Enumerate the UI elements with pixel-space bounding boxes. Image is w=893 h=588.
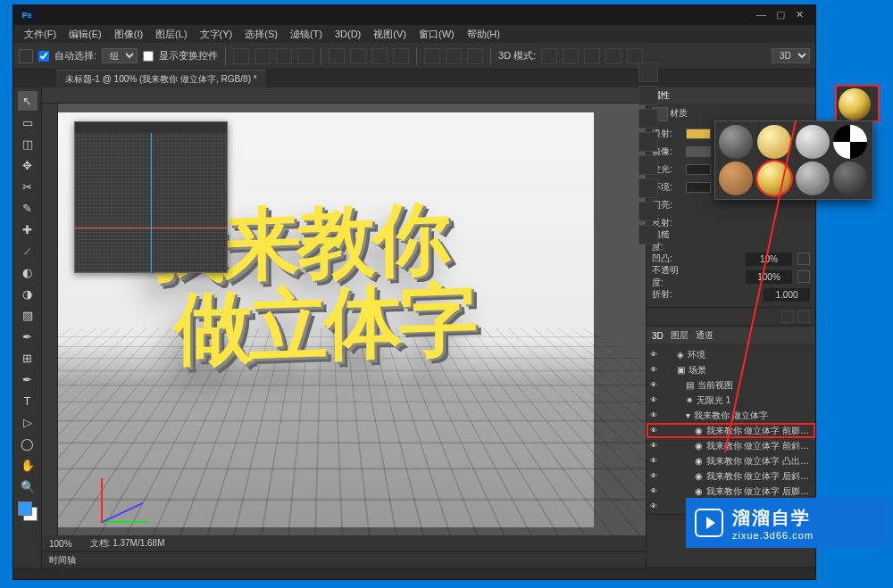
visibility-icon[interactable]: 👁 — [650, 502, 661, 510]
history-panel-icon[interactable] — [638, 62, 658, 82]
canvas-viewport[interactable]: 我来教你 做立体字 — [58, 104, 646, 535]
3d-mode-icon[interactable] — [605, 48, 622, 64]
menu-type[interactable]: 文字(Y) — [195, 26, 238, 43]
visibility-icon[interactable]: 👁 — [650, 351, 661, 359]
shape-tool[interactable]: ◯ — [18, 434, 38, 453]
material-gold[interactable] — [757, 125, 791, 159]
tree-item[interactable]: 👁◉我来教你 做立体字 后斜面... — [647, 468, 815, 484]
tree-item[interactable]: 👁◈环境 — [647, 347, 815, 362]
visibility-icon[interactable]: 👁 — [650, 411, 661, 419]
menu-3d[interactable]: 3D(D) — [330, 27, 366, 41]
eraser-tool[interactable]: ▨ — [18, 305, 38, 325]
material-gold-selected[interactable] — [757, 161, 791, 195]
ruler-horizontal[interactable] — [42, 87, 646, 104]
glow-swatch[interactable] — [686, 164, 711, 175]
visibility-icon[interactable]: 👁 — [650, 427, 661, 435]
visibility-icon[interactable]: 👁 — [650, 381, 661, 389]
material-copper[interactable] — [719, 161, 753, 195]
menu-view[interactable]: 视图(V) — [368, 26, 412, 43]
properties-panel-header[interactable]: 属性 — [647, 87, 815, 104]
bump-input[interactable] — [746, 253, 792, 266]
menu-file[interactable]: 文件(F) — [19, 26, 62, 43]
material-steel[interactable] — [796, 161, 830, 195]
pen-tool[interactable]: ✒ — [18, 369, 38, 389]
move-tool[interactable]: ↖ — [18, 91, 38, 111]
distribute-icon[interactable] — [350, 48, 366, 64]
axis-y-icon[interactable] — [101, 478, 103, 523]
distribute-icon[interactable] — [329, 48, 345, 64]
3d-axis-gizmo[interactable] — [103, 469, 156, 523]
3d-mode-icon[interactable] — [627, 48, 643, 64]
navigator-header[interactable] — [75, 122, 227, 133]
workspace-select[interactable]: 3D — [772, 48, 810, 63]
menu-filter[interactable]: 滤镜(T) — [285, 26, 328, 43]
3d-mode-icon[interactable] — [584, 48, 600, 64]
menu-edit[interactable]: 编辑(E) — [63, 26, 107, 43]
tree-item[interactable]: 👁◉我来教你 做立体字 后膨胀... — [647, 484, 815, 499]
align-icon[interactable] — [255, 48, 271, 64]
align-icon[interactable] — [276, 48, 292, 64]
visibility-icon[interactable]: 👁 — [650, 472, 661, 480]
menu-window[interactable]: 窗口(W) — [413, 26, 460, 43]
zoom-level[interactable]: 100% — [49, 539, 72, 549]
distribute-icon[interactable] — [393, 48, 409, 64]
brush-tool[interactable]: ⟋ — [18, 241, 38, 261]
minimize-icon[interactable]: — — [756, 9, 769, 21]
tree-item[interactable]: 👁▣场景 — [647, 362, 815, 377]
heal-tool[interactable]: ✚ — [18, 219, 38, 239]
blur-tool[interactable]: ⊞ — [18, 348, 38, 368]
maximize-icon[interactable]: ▢ — [776, 9, 789, 21]
tree-item[interactable]: 👁▤当前视图 — [647, 377, 815, 393]
character-panel-icon[interactable] — [638, 155, 658, 175]
visibility-icon[interactable]: 👁 — [650, 366, 661, 374]
axis-x-icon[interactable] — [103, 521, 147, 523]
distribute-icon[interactable] — [446, 48, 462, 64]
swatches-panel-icon[interactable] — [638, 109, 658, 128]
3d-mode-icon[interactable] — [563, 48, 579, 64]
distribute-icon[interactable] — [424, 48, 440, 64]
material-chrome[interactable] — [719, 125, 753, 159]
3d-panel-header[interactable]: 3D 图层 通道 — [647, 327, 815, 344]
3d-tab[interactable]: 3D — [652, 331, 663, 341]
auto-select-target[interactable]: 组 — [102, 48, 138, 63]
folder-icon[interactable] — [797, 253, 810, 265]
visibility-icon[interactable]: 👁 — [650, 396, 661, 404]
visibility-icon[interactable]: 👁 — [650, 457, 661, 465]
tool-preset-icon[interactable] — [19, 49, 33, 63]
show-transform-checkbox[interactable] — [143, 51, 154, 62]
eyedropper-tool[interactable]: ✎ — [18, 198, 38, 218]
close-icon[interactable]: ✕ — [796, 9, 808, 21]
wand-tool[interactable]: ✥ — [18, 155, 38, 175]
material-picker-popup[interactable] — [714, 120, 873, 200]
ambient-swatch[interactable] — [686, 182, 711, 193]
window-controls[interactable]: — ▢ ✕ — [756, 9, 808, 21]
tree-item[interactable]: 👁▾我来教你 做立体字 — [647, 408, 815, 423]
menu-help[interactable]: 帮助(H) — [462, 26, 505, 43]
color-swatch[interactable] — [18, 501, 38, 521]
material-silver[interactable] — [796, 125, 830, 159]
refract-input[interactable] — [764, 288, 810, 302]
new-icon[interactable] — [781, 311, 794, 323]
3d-mode-icon[interactable] — [541, 48, 557, 64]
folder-icon[interactable] — [797, 270, 810, 283]
specular-swatch[interactable] — [686, 146, 711, 157]
libraries-panel-icon[interactable] — [638, 225, 658, 244]
tree-item[interactable]: 👁◉我来教你 做立体字 凸出材... — [647, 453, 815, 468]
hand-tool[interactable]: ✋ — [18, 455, 38, 475]
history-brush-tool[interactable]: ◑ — [18, 284, 38, 303]
color-panel-icon[interactable] — [638, 86, 658, 105]
menu-image[interactable]: 图像(I) — [109, 26, 148, 43]
align-icon[interactable] — [233, 48, 249, 64]
distribute-icon[interactable] — [371, 48, 388, 64]
styles-panel-icon[interactable] — [638, 202, 658, 221]
path-tool[interactable]: ▷ — [18, 412, 38, 432]
layers-tab[interactable]: 图层 — [671, 329, 689, 342]
document-tab[interactable]: 未标题-1 @ 100% (我来教你 做立体字, RGB/8) * — [56, 70, 266, 88]
align-icon[interactable] — [297, 48, 313, 64]
material-checker[interactable] — [833, 125, 867, 159]
material-preview-sphere[interactable] — [835, 85, 880, 122]
lasso-tool[interactable]: ◫ — [18, 134, 38, 153]
gradient-tool[interactable]: ✒ — [18, 327, 38, 346]
material-dark[interactable] — [833, 161, 867, 195]
visibility-icon[interactable]: 👁 — [650, 442, 661, 450]
